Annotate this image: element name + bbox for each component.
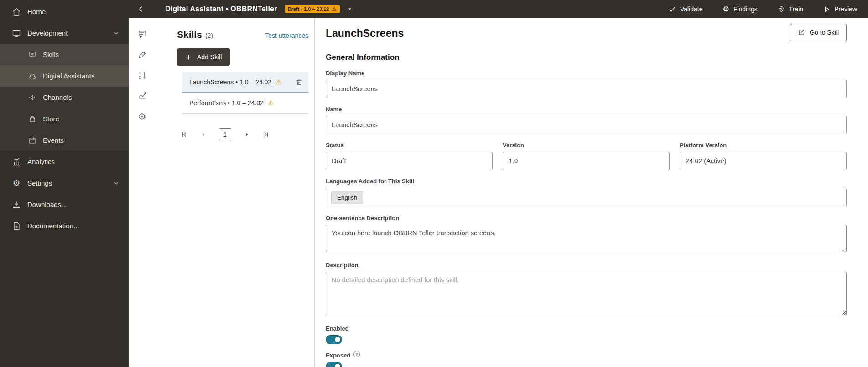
sort-az-icon[interactable]: AZ bbox=[136, 69, 148, 81]
add-skill-button[interactable]: Add Skill bbox=[177, 48, 230, 66]
toggle-knob bbox=[334, 363, 341, 367]
display-name-input[interactable] bbox=[326, 80, 847, 98]
skills-panel-title: Skills bbox=[177, 29, 202, 40]
svg-text:A: A bbox=[138, 71, 141, 75]
document-icon bbox=[12, 222, 21, 231]
bag-icon bbox=[28, 115, 36, 123]
sidebar-item-label: Analytics bbox=[27, 158, 55, 165]
play-icon bbox=[823, 6, 830, 13]
sidebar-item-label: Documentation... bbox=[27, 222, 79, 230]
name-label: Name bbox=[326, 106, 847, 113]
speaker-icon bbox=[28, 93, 36, 102]
plus-icon bbox=[185, 54, 192, 61]
top-header: Digital Assistant • OBBRNTeller Draft · … bbox=[129, 0, 868, 18]
skill-item-label: PerformTxns • 1.0 – 24.02 bbox=[189, 99, 264, 107]
skill-title: LaunchScreens bbox=[326, 27, 404, 40]
current-page: 1 bbox=[219, 128, 231, 140]
description-label: Description bbox=[326, 262, 847, 269]
language-chip[interactable]: English bbox=[331, 191, 363, 204]
sidebar-item-channels[interactable]: Channels bbox=[0, 87, 129, 108]
languages-field[interactable]: English bbox=[326, 188, 847, 207]
platform-version-input[interactable] bbox=[680, 152, 847, 170]
next-page-button[interactable] bbox=[244, 131, 250, 138]
assistant-icon bbox=[28, 72, 36, 80]
go-to-skill-button[interactable]: Go to Skill bbox=[790, 24, 847, 41]
gear-icon: ⚙ bbox=[12, 179, 21, 187]
sidebar-item-home[interactable]: Home bbox=[0, 1, 129, 22]
sidebar-item-label: Development bbox=[27, 29, 68, 37]
skill-detail-panel: LaunchScreens Go to Skill General Inform… bbox=[315, 18, 868, 367]
chevron-down-icon bbox=[113, 180, 120, 186]
sidebar-item-label: Downloads... bbox=[27, 201, 67, 208]
monitor-icon bbox=[12, 29, 21, 38]
bar-chart-icon bbox=[12, 157, 21, 166]
exposed-label: Exposed ? bbox=[326, 352, 847, 359]
one-sentence-description-input[interactable]: You can here launch OBBRN Teller transac… bbox=[326, 225, 847, 252]
sidebar-item-skills[interactable]: Skills bbox=[0, 44, 129, 65]
sidebar-item-events[interactable]: Events bbox=[0, 129, 129, 151]
validate-button[interactable]: Validate bbox=[668, 5, 703, 13]
sidebar-item-label: Home bbox=[27, 8, 46, 16]
gear-icon[interactable]: ⚙ bbox=[136, 110, 148, 122]
prev-page-button[interactable] bbox=[200, 131, 207, 138]
external-link-icon bbox=[798, 29, 805, 36]
sidebar-item-analytics[interactable]: Analytics bbox=[0, 151, 129, 172]
test-utterances-link[interactable]: Test utterances bbox=[265, 32, 308, 39]
enabled-toggle[interactable] bbox=[326, 335, 342, 344]
gear-icon: ⚙ bbox=[723, 5, 729, 13]
display-name-label: Display Name bbox=[326, 70, 847, 77]
calendar-icon bbox=[28, 136, 36, 145]
sidebar-item-digital-assistants[interactable]: Digital Assistants bbox=[0, 65, 129, 87]
train-button[interactable]: Train bbox=[778, 5, 803, 13]
findings-button[interactable]: ⚙ Findings bbox=[723, 5, 758, 13]
sidebar-item-label: Settings bbox=[27, 179, 52, 187]
sidebar-item-label: Store bbox=[43, 115, 59, 123]
last-page-button[interactable] bbox=[262, 131, 270, 138]
app-root: Home Development Skills Digital Assistan… bbox=[0, 0, 868, 367]
check-icon bbox=[668, 5, 676, 13]
dialog-icon[interactable] bbox=[136, 28, 148, 40]
enabled-label: Enabled bbox=[326, 325, 847, 332]
exposed-toggle[interactable] bbox=[326, 362, 342, 367]
back-button[interactable] bbox=[133, 1, 149, 17]
svg-text:Z: Z bbox=[138, 76, 140, 80]
sidebar-item-development[interactable]: Development bbox=[0, 22, 129, 44]
sidebar-item-label: Skills bbox=[43, 51, 59, 58]
skills-panel: Skills (2) Test utterances Add Skill Lau… bbox=[156, 18, 315, 367]
version-dropdown-caret[interactable] bbox=[347, 6, 353, 12]
chat-icon bbox=[28, 51, 36, 59]
skill-list: LaunchScreens • 1.0 – 24.02 ⚠ PerformTxn… bbox=[182, 72, 308, 114]
sidebar-item-label: Channels bbox=[43, 93, 72, 101]
description-input[interactable] bbox=[326, 272, 847, 315]
status-label: Status bbox=[326, 142, 493, 149]
sidebar-item-store[interactable]: Store bbox=[0, 108, 129, 129]
sidebar-item-settings[interactable]: ⚙ Settings bbox=[0, 172, 129, 194]
help-icon[interactable]: ? bbox=[353, 351, 360, 357]
name-input[interactable] bbox=[326, 116, 847, 134]
sidebar-item-downloads[interactable]: Downloads... bbox=[0, 194, 129, 215]
assistant-title: Digital Assistant • OBBRNTeller bbox=[165, 5, 277, 13]
version-label: Version bbox=[503, 142, 670, 149]
pin-icon bbox=[778, 5, 785, 13]
paginator: 1 bbox=[181, 128, 308, 140]
pen-icon[interactable] bbox=[136, 49, 148, 61]
first-page-button[interactable] bbox=[181, 131, 188, 138]
skill-list-item-performtxns[interactable]: PerformTxns • 1.0 – 24.02 ⚠ bbox=[182, 93, 308, 114]
general-information-heading: General Information bbox=[326, 53, 847, 62]
download-icon bbox=[12, 200, 21, 209]
toggle-knob bbox=[334, 336, 341, 343]
trash-icon[interactable] bbox=[296, 78, 303, 86]
trend-chart-icon[interactable] bbox=[136, 90, 148, 102]
languages-label: Languages Added for This Skill bbox=[326, 178, 847, 185]
warning-icon: ⚠ bbox=[332, 6, 337, 12]
status-input[interactable] bbox=[326, 152, 493, 170]
side-toolstrip: AZ ⚙ bbox=[129, 18, 156, 367]
sidebar-item-documentation[interactable]: Documentation... bbox=[0, 215, 129, 237]
version-input[interactable] bbox=[503, 152, 670, 170]
skill-list-item-launchscreens[interactable]: LaunchScreens • 1.0 – 24.02 ⚠ bbox=[182, 72, 308, 93]
platform-version-label: Platform Version bbox=[680, 142, 847, 149]
preview-button[interactable]: Preview bbox=[823, 5, 857, 13]
skills-count: (2) bbox=[205, 32, 213, 39]
sidebar-item-label: Events bbox=[43, 136, 64, 144]
header-actions: Validate ⚙ Findings Train Preview bbox=[668, 5, 857, 13]
